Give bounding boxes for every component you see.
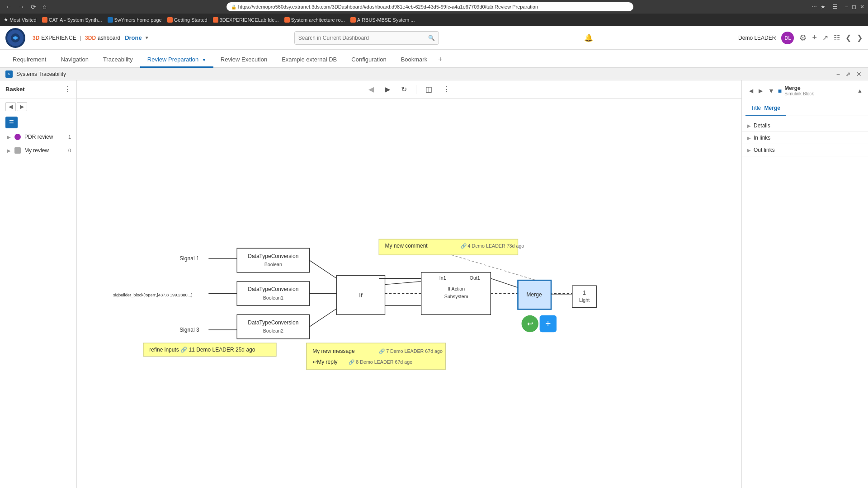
tab-bookmark[interactable]: Bookmark <box>394 52 435 68</box>
toolbar-forward-btn[interactable]: ▶ <box>381 83 394 95</box>
sidebar-item-my-review[interactable]: ▶ My review 0 <box>0 144 76 157</box>
tab-dropdown-icon[interactable]: ▼ <box>202 58 206 62</box>
pdr-review-icon <box>14 134 21 140</box>
brand-separator: | <box>80 34 81 41</box>
dtc1-block <box>237 248 309 272</box>
list-icon: ☰ <box>9 119 14 126</box>
bookmark-3dexp[interactable]: 3DEXPERIENCELab Ide... <box>213 17 279 23</box>
sidebar-next-arrow[interactable]: ▶ <box>17 102 27 111</box>
notifications-icon[interactable]: 🔔 <box>584 33 593 42</box>
list-view-button[interactable]: ☰ <box>5 117 18 128</box>
sidebar-menu-button[interactable]: ⋮ <box>64 85 71 94</box>
outlinks-expand-icon: ▶ <box>747 148 751 153</box>
forward-button[interactable]: → <box>16 2 26 11</box>
right-panel-next-btn[interactable]: ▶ <box>757 87 764 95</box>
collapse-icon[interactable]: ❮ <box>845 33 851 42</box>
svg-text:1: 1 <box>583 290 586 296</box>
toolbar-layout-btn[interactable]: ◫ <box>422 83 436 95</box>
header-search-input[interactable] <box>298 35 428 41</box>
right-panel-sections: ▶ Details ▶ In links ▶ Out links <box>742 116 868 160</box>
user-avatar[interactable]: DL <box>781 32 794 44</box>
add-tab-button[interactable]: + <box>434 52 446 67</box>
app-title-bar: S Systems Traceability − ⇗ ✕ <box>0 68 868 80</box>
bookmark-swymers[interactable]: SwYmers home page <box>108 17 162 23</box>
browser-chrome: ← → ⟳ ⌂ 🔒 https://vdemopro560dsy.extrane… <box>0 0 868 14</box>
tab-navigation[interactable]: Navigation <box>53 52 95 68</box>
app-logo[interactable] <box>5 28 25 48</box>
extensions-btn[interactable]: ⋯ <box>811 4 817 10</box>
workspace-toolbar: ◀ ▶ ↻ ◫ ⋮ <box>77 80 741 99</box>
bookmark-getting-started[interactable]: Getting Started <box>167 17 208 23</box>
right-panel-tab-title[interactable]: Title Merge <box>745 101 786 116</box>
dtc3-block <box>237 314 309 338</box>
svg-line-7 <box>310 260 337 278</box>
right-panel: ◀ ▶ ▼ ■ Merge Simulink Block ▲ Title Mer… <box>741 80 868 488</box>
bookmark-airbus[interactable]: AIRBUS-MBSE System ... <box>350 17 415 23</box>
dtc2-block <box>237 282 309 305</box>
my-review-label: My review <box>24 147 65 154</box>
restore-btn[interactable]: ◻ <box>852 4 856 10</box>
my-review-icon <box>14 147 21 154</box>
list-view-container: ☰ <box>0 115 76 130</box>
tab-traceability[interactable]: Traceability <box>96 52 140 68</box>
tab-review-execution[interactable]: Review Execution <box>213 52 274 68</box>
share-icon[interactable]: ↗ <box>822 33 828 42</box>
tab-example-external-db[interactable]: Example external DB <box>274 52 344 68</box>
grid-icon[interactable]: ☷ <box>834 33 840 42</box>
svg-text:Boolean1: Boolean1 <box>263 295 283 300</box>
sidebar-item-pdr-review[interactable]: ▶ PDR review 1 <box>0 130 76 144</box>
svg-text:DataTypeConversion: DataTypeConversion <box>248 319 298 326</box>
app-logo-inner <box>7 30 24 46</box>
right-panel-section-inlinks[interactable]: ▶ In links <box>742 132 868 144</box>
right-panel-prev-btn[interactable]: ◀ <box>747 87 755 95</box>
browser-menu[interactable]: ☰ <box>833 4 838 10</box>
sidebar-prev-arrow[interactable]: ◀ <box>5 102 16 111</box>
home-button[interactable]: ⌂ <box>41 2 48 11</box>
bookmark-catia[interactable]: CATIA - System Synth... <box>42 17 102 23</box>
right-panel-block-icon: ■ <box>778 87 782 94</box>
header-search-box[interactable]: 🔍 <box>294 31 439 45</box>
bookmark-sysarch[interactable]: System architecture ro... <box>284 17 345 23</box>
inlinks-expand-icon: ▶ <box>747 136 751 141</box>
back-button[interactable]: ← <box>4 2 14 11</box>
tab-requirement[interactable]: Requirement <box>5 52 53 68</box>
right-panel-nav: ◀ ▶ <box>747 87 764 95</box>
bookmark-star[interactable]: ★ <box>821 4 826 10</box>
add-icon[interactable]: + <box>812 33 817 42</box>
right-panel-collapse-left[interactable]: ▼ <box>768 87 774 94</box>
user-name: Demo LEADER <box>738 35 776 41</box>
sidebar-nav-arrows: ◀ ▶ <box>0 99 76 115</box>
expand-panel-btn[interactable]: ⇗ <box>844 70 852 79</box>
minimize-panel-btn[interactable]: − <box>835 70 841 79</box>
close-panel-btn[interactable]: ✕ <box>855 70 863 79</box>
toolbar-refresh-btn[interactable]: ↻ <box>397 83 410 95</box>
svg-text:+: + <box>545 318 551 329</box>
my-review-count: 0 <box>68 148 71 153</box>
bookmark-most-visited[interactable]: ★ Most Visited <box>4 17 37 23</box>
canvas-area[interactable]: Signal 1 sigbuilder_block('open',[437.8 … <box>77 99 741 488</box>
tab-review-preparation[interactable]: Review Preparation ▼ <box>140 52 213 68</box>
reload-button[interactable]: ⟳ <box>29 2 38 11</box>
svg-text:Boolean2: Boolean2 <box>263 328 283 334</box>
search-icon: 🔍 <box>428 35 435 41</box>
expand-icon[interactable]: ❯ <box>857 33 863 42</box>
right-panel-close-btn[interactable]: ▲ <box>857 88 863 94</box>
right-panel-section-outlinks[interactable]: ▶ Out links <box>742 144 868 156</box>
dropdown-arrow-icon[interactable]: ▼ <box>145 35 149 40</box>
right-panel-section-details[interactable]: ▶ Details <box>742 120 868 132</box>
minimize-btn[interactable]: − <box>845 4 848 10</box>
signal1-label: Signal 1 <box>179 255 199 262</box>
details-label: Details <box>754 122 770 129</box>
brand-3ddashboard: 3DD <box>85 35 96 41</box>
nav-tabs: Requirement Navigation Traceability Revi… <box>0 50 868 68</box>
address-bar[interactable]: 🔒 https://vdemopro560dsy.extranet.3ds.co… <box>226 2 633 11</box>
toolbar-more-btn[interactable]: ⋮ <box>439 83 454 95</box>
compass-icon[interactable]: ⚙ <box>799 33 807 43</box>
browser-right-controls: ⋯ ★ ☰ − ◻ ✕ <box>811 4 864 10</box>
tab-configuration[interactable]: Configuration <box>344 52 393 68</box>
signal2-label: sigbuilder_block('open',[437.8 199.2380.… <box>113 293 193 297</box>
sidebar-header: Basket ⋮ <box>0 80 76 99</box>
close-btn[interactable]: ✕ <box>860 4 864 10</box>
svg-text:refine inputs  🔗 11 Demo LEAD: refine inputs 🔗 11 Demo LEADER 25d ago <box>149 346 255 353</box>
toolbar-back-btn[interactable]: ◀ <box>365 83 377 95</box>
